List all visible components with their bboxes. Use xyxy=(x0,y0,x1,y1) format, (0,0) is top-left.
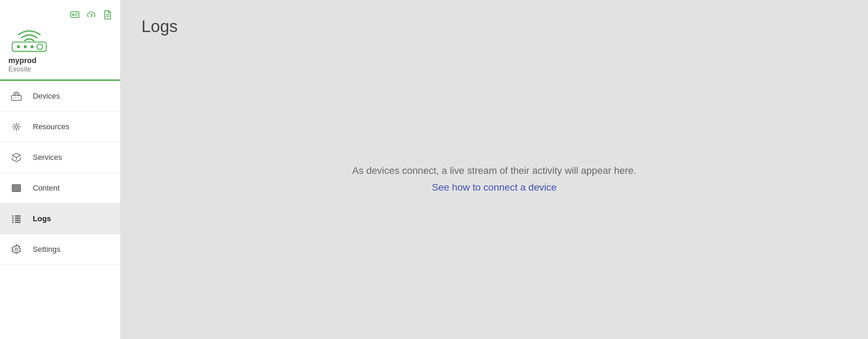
sidebar-item-resources[interactable]: Resources xyxy=(0,111,120,142)
sidebar-item-services[interactable]: Services xyxy=(0,142,120,173)
sidebar-item-label-logs: Logs xyxy=(33,214,51,223)
svg-point-34 xyxy=(15,248,18,251)
sidebar-item-settings[interactable]: Settings xyxy=(0,234,120,265)
sidebar-item-label-services: Services xyxy=(33,153,62,162)
svg-line-24 xyxy=(14,128,15,130)
sidebar-header: myprod Exosite xyxy=(0,0,120,73)
document-icon xyxy=(103,10,112,22)
svg-point-10 xyxy=(31,45,34,48)
id-card-icon xyxy=(70,10,80,22)
header-icons xyxy=(70,10,112,22)
cloud-link-icon xyxy=(86,10,97,22)
settings-icon xyxy=(10,243,23,256)
resources-icon xyxy=(10,120,23,133)
nav-list: Devices Resources xyxy=(0,81,120,339)
svg-point-16 xyxy=(15,125,18,128)
sidebar-item-devices[interactable]: Devices xyxy=(0,81,120,111)
sidebar-item-label-devices: Devices xyxy=(33,92,60,101)
connect-device-link[interactable]: See how to connect a device xyxy=(432,182,557,193)
sidebar-item-label-settings: Settings xyxy=(33,245,61,254)
empty-message: As devices connect, a live stream of the… xyxy=(352,165,636,176)
services-icon xyxy=(10,151,23,164)
svg-point-1 xyxy=(72,14,74,16)
svg-line-23 xyxy=(18,124,20,125)
product-name: myprod xyxy=(8,56,37,65)
product-owner: Exosite xyxy=(8,65,31,73)
main-content: Logs As devices connect, a live stream o… xyxy=(121,0,868,339)
content-icon xyxy=(10,182,23,195)
sidebar-item-label-resources: Resources xyxy=(33,122,69,131)
main-body: As devices connect, a live stream of the… xyxy=(141,36,847,322)
svg-line-21 xyxy=(14,124,15,125)
logs-icon xyxy=(10,212,23,225)
devices-icon xyxy=(10,90,23,103)
sidebar-item-logs[interactable]: Logs xyxy=(0,203,120,234)
router-logo xyxy=(8,25,50,53)
svg-rect-0 xyxy=(71,12,79,17)
svg-rect-25 xyxy=(12,185,21,192)
svg-point-11 xyxy=(37,44,42,49)
svg-point-9 xyxy=(24,45,27,48)
page-title: Logs xyxy=(141,17,847,36)
sidebar: myprod Exosite Devices xyxy=(0,0,121,339)
sidebar-item-content[interactable]: Content xyxy=(0,173,120,203)
svg-rect-12 xyxy=(11,95,21,100)
svg-line-22 xyxy=(18,128,20,130)
sidebar-item-label-content: Content xyxy=(33,184,60,193)
svg-point-8 xyxy=(17,45,20,48)
